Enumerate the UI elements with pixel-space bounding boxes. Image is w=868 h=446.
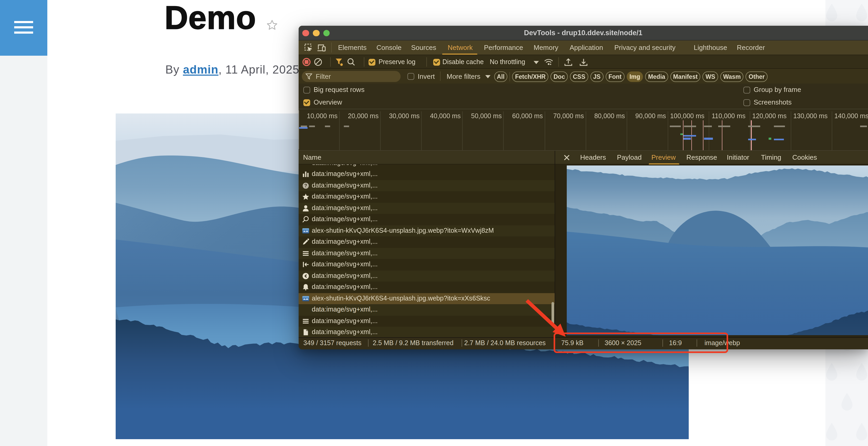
svg-text:?: ? — [304, 183, 307, 188]
